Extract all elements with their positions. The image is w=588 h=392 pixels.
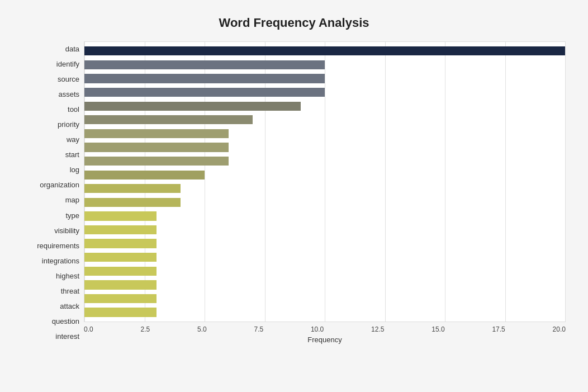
- bar-log: [84, 157, 229, 166]
- bar-row-priority: [84, 113, 565, 127]
- y-label-visibility: visibility: [54, 227, 79, 234]
- y-label-start: start: [65, 151, 79, 158]
- x-tick: 20.0: [553, 325, 566, 333]
- bar-row-assets: [84, 86, 565, 100]
- bars-container: [84, 42, 565, 322]
- y-label-organization: organization: [40, 181, 79, 188]
- bar-row-source: [84, 72, 565, 86]
- bar-row-log: [84, 154, 565, 168]
- bar-row-tool: [84, 99, 565, 113]
- chart-area: dataidentifysourceassetstoolpriorityways…: [22, 41, 566, 344]
- y-label-requirements: requirements: [37, 242, 79, 249]
- bar-priority: [84, 115, 253, 124]
- bar-row-interest: [84, 305, 565, 319]
- y-axis: dataidentifysourceassetstoolpriorityways…: [22, 41, 84, 344]
- bar-row-highest: [84, 251, 565, 265]
- y-label-assets: assets: [58, 91, 79, 98]
- y-label-type: type: [65, 212, 79, 219]
- y-label-attack: attack: [60, 303, 79, 310]
- y-label-source: source: [58, 75, 79, 83]
- bar-data: [84, 46, 565, 55]
- bar-assets: [84, 88, 325, 97]
- y-label-interest: interest: [55, 333, 79, 340]
- y-label-integrations: integrations: [42, 257, 79, 265]
- x-tick: 17.5: [492, 325, 505, 333]
- bar-map: [84, 184, 181, 193]
- bar-type: [84, 198, 181, 207]
- grid-line: [565, 42, 566, 322]
- x-tick: 15.0: [431, 325, 444, 333]
- bar-row-start: [84, 140, 565, 154]
- x-axis-label: Frequency: [84, 336, 566, 344]
- bar-way: [84, 129, 229, 138]
- y-label-tool: tool: [68, 106, 79, 113]
- bar-question: [84, 294, 157, 303]
- x-tick: 10.0: [311, 325, 324, 333]
- bar-row-organization: [84, 168, 565, 182]
- plot-area: [84, 41, 566, 322]
- x-tick: 12.5: [371, 325, 384, 333]
- bar-source: [84, 74, 325, 83]
- bar-integrations: [84, 239, 157, 248]
- y-label-log: log: [70, 166, 79, 173]
- bar-organization: [84, 171, 205, 180]
- bar-interest: [84, 308, 157, 317]
- bar-row-data: [84, 44, 565, 58]
- y-label-threat: threat: [61, 287, 79, 295]
- bar-row-attack: [84, 278, 565, 292]
- chart-title: Word Frequency Analysis: [22, 11, 566, 30]
- y-label-identify: identify: [56, 60, 79, 68]
- y-label-highest: highest: [56, 272, 79, 280]
- chart-container: Word Frequency Analysis dataidentifysour…: [0, 0, 588, 392]
- bar-threat: [84, 267, 157, 276]
- y-label-map: map: [65, 196, 79, 204]
- x-tick: 5.0: [197, 325, 207, 333]
- bar-attack: [84, 280, 157, 289]
- x-tick: 2.5: [140, 325, 150, 333]
- x-tick: 0.0: [84, 325, 93, 333]
- bar-visibility: [84, 211, 157, 220]
- bar-row-integrations: [84, 237, 565, 251]
- x-axis: 0.02.55.07.510.012.515.017.520.0: [84, 322, 566, 333]
- bar-row-identify: [84, 58, 565, 72]
- bar-row-way: [84, 127, 565, 141]
- bar-tool: [84, 102, 301, 111]
- y-label-question: question: [52, 318, 79, 325]
- bar-start: [84, 143, 229, 152]
- bar-highest: [84, 253, 157, 262]
- bar-row-type: [84, 196, 565, 210]
- bar-row-map: [84, 182, 565, 196]
- x-axis-wrapper: 0.02.55.07.510.012.515.017.520.0 Frequen…: [84, 322, 566, 344]
- bar-row-threat: [84, 265, 565, 278]
- bar-row-question: [84, 292, 565, 306]
- bar-row-requirements: [84, 223, 565, 237]
- y-label-way: way: [67, 136, 79, 143]
- y-label-data: data: [65, 45, 79, 53]
- bar-identify: [84, 60, 325, 69]
- y-label-priority: priority: [58, 121, 79, 128]
- bar-requirements: [84, 225, 157, 234]
- bar-row-visibility: [84, 209, 565, 223]
- x-tick: 7.5: [254, 325, 263, 333]
